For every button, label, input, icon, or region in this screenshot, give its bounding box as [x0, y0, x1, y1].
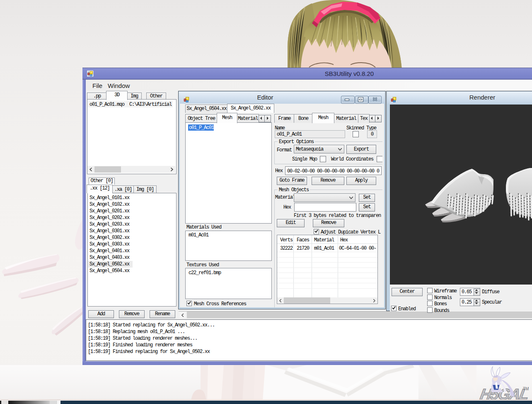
- svg-text:TM: TM: [523, 387, 529, 391]
